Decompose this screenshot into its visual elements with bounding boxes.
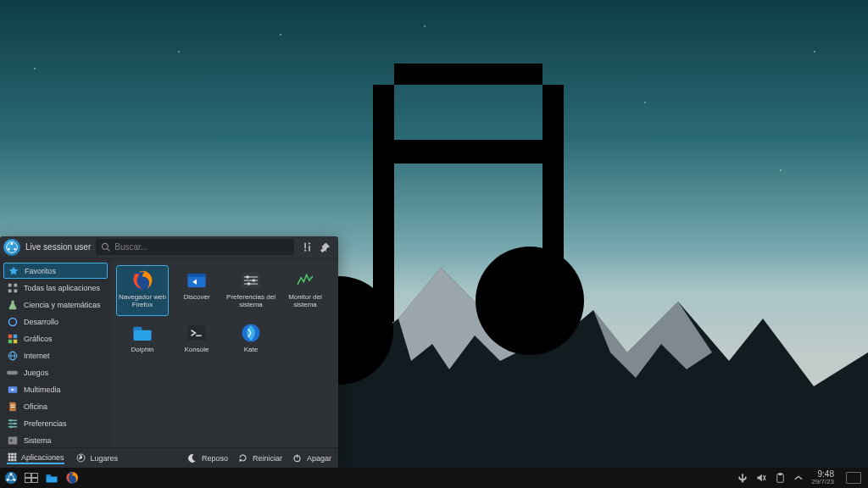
svg-rect-0: [373, 140, 564, 164]
footer-label: Reiniciar: [253, 454, 282, 463]
launcher-header: Live session user: [0, 236, 338, 258]
sidebar-item-sistema[interactable]: Sistema: [0, 432, 111, 447]
sidebar-item-label: Oficina: [24, 402, 47, 411]
svg-rect-66: [32, 474, 38, 478]
app-tile-kate[interactable]: Kate: [225, 318, 277, 369]
svg-point-6: [14, 247, 16, 250]
taskbar-clock[interactable]: 9:48 29/7/23: [811, 470, 834, 485]
launcher-footer: Aplicaciones Lugares Reposo Reiniciar: [0, 447, 338, 468]
svg-rect-11: [14, 290, 17, 293]
search-input[interactable]: [114, 242, 289, 252]
taskbar-firefox[interactable]: [64, 470, 80, 485]
svg-rect-36: [187, 274, 205, 277]
sidebar-item-internet[interactable]: Internet: [0, 347, 111, 364]
app-tile-dolphin[interactable]: Dolphin: [116, 318, 169, 369]
svg-rect-51: [14, 453, 16, 456]
svg-rect-14: [13, 335, 17, 339]
svg-point-43: [248, 282, 251, 286]
sidebar-item-label: Todas las aplicaciones: [24, 284, 100, 292]
taskbar-pager[interactable]: [24, 470, 39, 485]
app-label: Dolphin: [131, 347, 153, 354]
footer-right: Reposo Reiniciar Apagar: [187, 453, 331, 463]
app-tile-konsole[interactable]: Konsole: [170, 318, 223, 369]
tray-volume-icon[interactable]: [755, 472, 767, 484]
app-label: Kate: [244, 347, 258, 354]
footer-label: Reposo: [202, 454, 228, 463]
footer-tab-aplicaciones[interactable]: Aplicaciones: [7, 452, 64, 464]
kubuntu-logo-icon: [3, 239, 20, 256]
sidebar-item-oficina[interactable]: Oficina: [0, 398, 111, 415]
launcher-body: Favoritos Todas las aplicaciones Ciencia…: [0, 258, 338, 447]
clock-date: 29/7/23: [811, 479, 834, 485]
sidebar-item-juegos[interactable]: Juegos: [0, 364, 111, 381]
svg-rect-68: [32, 479, 38, 483]
svg-rect-72: [778, 473, 782, 474]
system-tray: 9:48 29/7/23: [737, 470, 868, 485]
sliders-icon: [7, 419, 18, 430]
star: [34, 68, 36, 69]
sidebar-item-desarrollo[interactable]: Desarrollo: [0, 313, 111, 330]
start-button[interactable]: [3, 470, 19, 485]
sidebar-item-graficos[interactable]: Gráficos: [0, 330, 111, 347]
sidebar-item-label: Multimedia: [24, 385, 61, 394]
moon-icon: [187, 453, 198, 463]
sidebar-item-ciencia[interactable]: Ciencia y matemáticas: [0, 297, 111, 313]
sidebar-item-favoritos[interactable]: Favoritos: [3, 263, 108, 279]
footer-label: Lugares: [91, 454, 119, 463]
svg-rect-45: [133, 327, 142, 330]
tray-chevron-up-icon[interactable]: [793, 472, 804, 484]
app-tile-preferencias[interactable]: Preferencias del sistema: [225, 265, 277, 316]
search-field[interactable]: [96, 239, 294, 255]
footer-left: Aplicaciones Lugares: [7, 452, 118, 464]
flask-icon: [7, 300, 18, 311]
media-icon: [7, 385, 18, 396]
svg-rect-24: [10, 407, 14, 408]
kate-icon: [240, 322, 262, 344]
code-icon: [7, 317, 18, 328]
monitor-icon: [294, 269, 316, 291]
folder-icon: [131, 322, 153, 344]
taskbar-dolphin[interactable]: [44, 470, 59, 485]
taskbar-left: [0, 470, 80, 485]
favorites-grid: Navegador web Firefox Discover Preferenc…: [111, 258, 338, 447]
footer-shutdown[interactable]: Apagar: [292, 453, 331, 463]
apps-grid-icon: [7, 452, 17, 463]
show-desktop-button[interactable]: [846, 472, 861, 484]
app-tile-firefox[interactable]: Navegador web Firefox: [116, 265, 169, 316]
svg-rect-57: [14, 459, 16, 462]
svg-rect-15: [8, 340, 12, 344]
svg-rect-8: [8, 284, 11, 287]
sidebar-item-preferencias[interactable]: Preferencias: [0, 415, 111, 432]
svg-point-12: [8, 319, 16, 326]
taskbar: 9:48 29/7/23: [0, 468, 868, 488]
app-tile-discover[interactable]: Discover: [170, 265, 223, 316]
user-badge[interactable]: Live session user: [3, 239, 91, 256]
app-tile-monitor[interactable]: Monitor del sistema: [279, 265, 331, 316]
app-label: Navegador web Firefox: [117, 294, 168, 309]
app-label: Monitor del sistema: [280, 294, 331, 309]
tray-usb-icon[interactable]: [737, 472, 748, 484]
star: [424, 25, 426, 27]
pin-button[interactable]: [318, 240, 333, 255]
sidebar-item-label: Ciencia y matemáticas: [24, 301, 101, 309]
svg-rect-9: [14, 284, 17, 287]
tray-clipboard-icon[interactable]: [774, 472, 786, 484]
svg-point-21: [14, 371, 17, 374]
footer-tab-lugares[interactable]: Lugares: [76, 452, 119, 464]
svg-rect-55: [8, 459, 10, 462]
footer-sleep[interactable]: Reposo: [187, 453, 228, 463]
footer-label: Apagar: [307, 454, 331, 463]
sidebar-item-todas[interactable]: Todas las aplicaciones: [0, 280, 111, 297]
sidebar-item-multimedia[interactable]: Multimedia: [0, 381, 111, 398]
sidebar-item-label: Desarrollo: [24, 318, 58, 326]
terminal-icon: [7, 435, 18, 446]
svg-point-2: [476, 247, 584, 355]
palette-icon: [7, 334, 18, 345]
sort-button[interactable]: [299, 240, 314, 255]
footer-restart[interactable]: Reiniciar: [238, 453, 282, 463]
svg-rect-69: [47, 474, 52, 477]
launcher-top-controls: [299, 240, 333, 255]
globe-icon: [7, 351, 18, 362]
svg-rect-13: [8, 335, 12, 339]
gamepad-icon: [7, 368, 18, 379]
